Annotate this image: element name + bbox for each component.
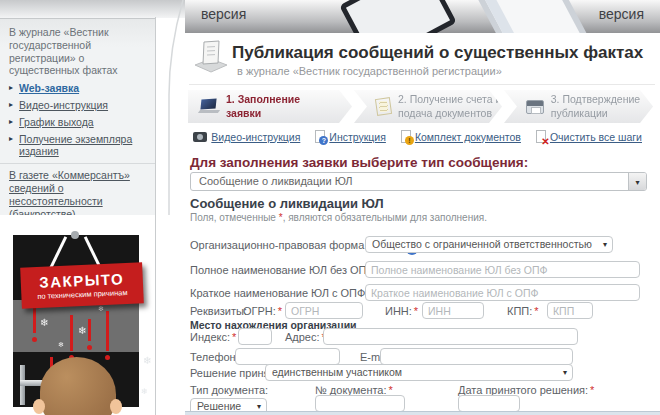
- select-arrow-button[interactable]: ▾: [628, 173, 646, 190]
- bullet-icon: ▸: [9, 116, 13, 128]
- kpp-input[interactable]: [547, 302, 593, 319]
- help-doc-icon: ?: [315, 130, 325, 143]
- sidebar-item-schedule[interactable]: ▸ График выхода: [9, 116, 147, 129]
- sidebar-intro: В журнале «Вестник государственной регис…: [9, 26, 147, 77]
- step-tab-1-fill-application[interactable]: 1. Заполнение заявки: [188, 90, 352, 123]
- step-label: 2. Получение счета и подача документов: [398, 93, 502, 119]
- email-input[interactable]: [380, 348, 573, 365]
- paint-drip: [106, 311, 109, 351]
- dropdown-arrow-icon: ▾: [635, 178, 639, 187]
- ear: [33, 399, 45, 414]
- required-asterisk: *: [414, 305, 418, 317]
- paint-drip: [105, 355, 110, 360]
- sidebar-item-get-copy[interactable]: ▸ Получение экземпляра издания: [9, 133, 147, 159]
- sidebar-link-kommersant-bankruptcy[interactable]: В газете «Коммерсантъ» сведений о несост…: [9, 169, 147, 220]
- closed-door-illustration: ❄ ❄ ❄ ❄ ❄ ❄ ЗАКРЫТО по техническим причи…: [0, 215, 155, 415]
- inn-input[interactable]: [422, 302, 484, 319]
- tablet-graphic: [471, 0, 589, 33]
- rope-pin-icon: [71, 231, 79, 239]
- step-label: 3. Подтверждение публикации: [551, 93, 653, 119]
- laptop-icon: [199, 99, 219, 114]
- clear-doc-icon: ✕: [536, 130, 546, 143]
- short-name-input[interactable]: [365, 284, 640, 301]
- next-section-edge: [185, 411, 660, 415]
- sidebar-item-video-instruction[interactable]: ▸ Видео-инструкция: [9, 99, 147, 112]
- snowflake-icon: ❄: [98, 305, 104, 313]
- sidebar: В журнале «Вестник государственной регис…: [0, 18, 155, 215]
- camera-icon: [193, 132, 207, 142]
- snowflake-icon: ❄: [141, 387, 148, 396]
- kpp-label: КПП:*: [507, 305, 539, 317]
- page-title: Публикация сообщений о существенных факт…: [232, 43, 643, 63]
- address-input[interactable]: [323, 328, 578, 345]
- snowflake-icon: ❄: [78, 325, 86, 336]
- page-subtitle: в журнале «Вестник государственной регис…: [237, 65, 502, 77]
- warning-badge-icon: !: [405, 136, 414, 145]
- clear-steps-link[interactable]: ✕ Очистить все шаги: [536, 130, 642, 143]
- bullet-icon: ▸: [9, 82, 13, 94]
- dropdown-arrow-icon: ▾: [603, 237, 607, 253]
- index-input[interactable]: [238, 328, 272, 345]
- invoice-icon: [375, 97, 392, 116]
- short-name-label: Краткое наименование ЮЛ с ОПФ*: [190, 287, 372, 299]
- step-tab-2-get-invoice[interactable]: 2. Получение счета и подача документов: [354, 90, 502, 123]
- publication-icon: [193, 39, 229, 73]
- link-label: Очистить все шаги: [550, 131, 642, 143]
- clear-badge-icon: ✕: [541, 137, 550, 146]
- divider: [0, 163, 155, 164]
- toolbar: Видео-инструкция ? Инструкция ! Комплект…: [193, 130, 642, 143]
- message-type-select[interactable]: Сообщение о ликвидации ЮЛ ▾: [190, 172, 647, 191]
- paint-drip: [87, 345, 92, 350]
- decision-select[interactable]: единственным участником ▾: [265, 364, 573, 381]
- link-label: Комплект документов: [415, 131, 521, 143]
- sidebar-nav: ▸ Web-заявка ▸ Видео-инструкция ▸ График…: [9, 82, 147, 158]
- full-name-input[interactable]: [365, 261, 640, 278]
- ogrn-input[interactable]: [285, 302, 363, 319]
- dropdown-arrow-icon: ▾: [563, 365, 567, 381]
- sidebar-item-web-request[interactable]: ▸ Web-заявка: [9, 82, 147, 95]
- requisites-label: Реквизиты:: [190, 305, 247, 317]
- inn-label: ИНН:*: [385, 305, 418, 317]
- sidebar-item-label[interactable]: Web-заявка: [19, 82, 79, 95]
- step-label: 1. Заполнение заявки: [226, 93, 312, 119]
- address-label: Адрес:*: [285, 331, 326, 343]
- paint-drip: [32, 337, 37, 342]
- sidebar-item-label[interactable]: Видео-инструкция: [19, 99, 108, 112]
- tablet-graphic: [339, 0, 457, 33]
- snowflake-icon: ❄: [143, 355, 151, 366]
- step-tab-3-confirm-publication[interactable]: 3. Подтверждение публикации: [504, 90, 653, 123]
- opf-select[interactable]: Общество с ограниченной ответственностью…: [365, 236, 613, 253]
- sidebar-item-label[interactable]: График выхода: [19, 116, 94, 129]
- ogrn-label: ОГРН:*: [243, 305, 282, 317]
- phone-label: Телефон:: [190, 351, 239, 363]
- banner-version-right: версия: [599, 6, 644, 22]
- documents-kit-link[interactable]: ! Комплект документов: [401, 130, 521, 143]
- phone-input[interactable]: [235, 348, 340, 365]
- page-curl-decoration: [156, 0, 186, 215]
- required-asterisk: *: [278, 305, 282, 317]
- video-instruction-link[interactable]: Видео-инструкция: [193, 131, 300, 143]
- full-name-label: Полное наименование ЮЛ без ОПФ*: [190, 264, 381, 276]
- required-asterisk: *: [590, 384, 594, 396]
- paint-drip: [33, 307, 36, 333]
- divider: [189, 84, 655, 85]
- doc-type-label: Тип документа:: [190, 384, 268, 396]
- link-label: Инструкция: [329, 131, 386, 143]
- snowflake-icon: ❄: [40, 317, 48, 328]
- index-label: Индекс:*: [190, 331, 236, 343]
- select-value: Сообщение о ликвидации ЮЛ: [199, 175, 352, 187]
- question-badge-icon: ?: [319, 136, 328, 145]
- link-label: Видео-инструкция: [211, 131, 300, 143]
- required-asterisk: *: [534, 305, 538, 317]
- message-type-heading: Для заполнения заявки выберите тип сообщ…: [190, 155, 528, 170]
- banner-version-left: версия: [201, 6, 246, 22]
- paint-drip: [70, 315, 73, 351]
- doc-number-input[interactable]: [315, 395, 405, 412]
- doc-date-input[interactable]: [458, 395, 520, 412]
- sidebar-item-label[interactable]: Получение экземпляра издания: [19, 133, 147, 159]
- form-section-title: Сообщение о ликвидации ЮЛ: [190, 196, 384, 211]
- mobile-version-banner[interactable]: версия версия: [185, 0, 660, 33]
- closed-sign: ЗАКРЫТО по техническим причинам: [20, 262, 144, 308]
- select-value: единственным участником: [272, 366, 402, 378]
- instruction-link[interactable]: ? Инструкция: [315, 130, 386, 143]
